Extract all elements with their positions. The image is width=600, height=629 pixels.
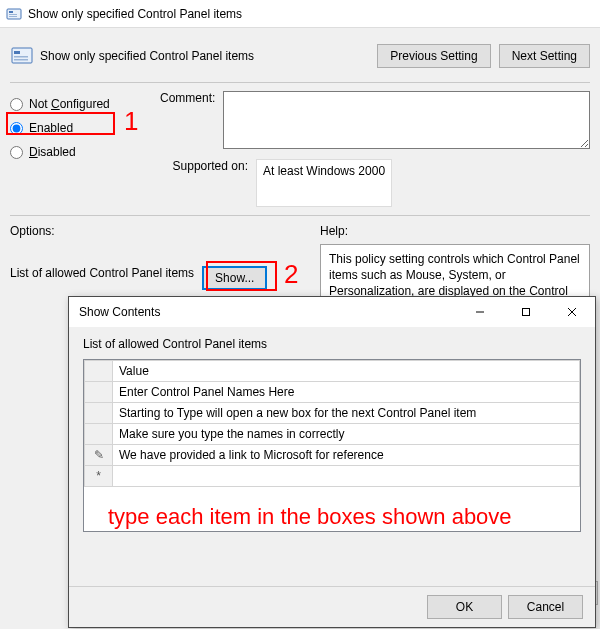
- window-title: Show only specified Control Panel items: [28, 7, 242, 21]
- radio-not-configured-input[interactable]: [10, 98, 23, 111]
- dialog-footer: OK Cancel: [69, 586, 595, 627]
- options-section-label: Options:: [10, 224, 55, 238]
- svg-rect-9: [523, 309, 530, 316]
- dialog-title: Show Contents: [79, 305, 160, 319]
- radio-not-configured-label: Not Configured: [29, 97, 110, 111]
- value-cell[interactable]: Starting to Type will open a new box for…: [113, 403, 580, 424]
- radio-disabled-input[interactable]: [10, 146, 23, 159]
- svg-rect-4: [12, 48, 32, 63]
- show-button[interactable]: Show...: [202, 266, 267, 290]
- policy-icon: [6, 6, 22, 22]
- table-row[interactable]: Enter Control Panel Names Here: [85, 382, 580, 403]
- maximize-button[interactable]: [503, 297, 549, 327]
- show-contents-dialog: Show Contents List of allowed Control Pa…: [68, 296, 596, 628]
- cancel-button[interactable]: Cancel: [508, 595, 583, 619]
- row-marker: [85, 382, 113, 403]
- help-section-label: Help:: [320, 224, 348, 238]
- value-cell[interactable]: We have provided a link to Microsoft for…: [113, 445, 580, 466]
- policy-header: Show only specified Control Panel items …: [10, 36, 590, 74]
- supported-label: Supported on:: [160, 159, 248, 173]
- state-radio-group: Not Configured Enabled Disabled: [10, 97, 150, 159]
- policy-large-icon: [10, 44, 34, 68]
- maximize-icon: [521, 307, 531, 317]
- svg-rect-6: [14, 56, 28, 58]
- titlebar: Show only specified Control Panel items: [0, 0, 600, 28]
- value-grid[interactable]: Value Enter Control Panel Names HereStar…: [83, 359, 581, 532]
- minimize-icon: [475, 307, 485, 317]
- previous-setting-button[interactable]: Previous Setting: [377, 44, 490, 68]
- ok-button[interactable]: OK: [427, 595, 502, 619]
- close-button[interactable]: [549, 297, 595, 327]
- row-marker: [85, 403, 113, 424]
- table-row[interactable]: ✎We have provided a link to Microsoft fo…: [85, 445, 580, 466]
- value-cell[interactable]: Enter Control Panel Names Here: [113, 382, 580, 403]
- radio-disabled[interactable]: Disabled: [10, 145, 150, 159]
- divider-2: [10, 215, 590, 216]
- dialog-list-label: List of allowed Control Panel items: [83, 337, 581, 351]
- supported-on-box: At least Windows 2000: [256, 159, 392, 207]
- svg-rect-5: [14, 51, 20, 54]
- close-icon: [567, 307, 577, 317]
- row-marker: *: [85, 466, 113, 487]
- options-list-label: List of allowed Control Panel items: [10, 266, 194, 280]
- row-marker: [85, 424, 113, 445]
- comment-input[interactable]: [223, 91, 590, 149]
- row-marker: ✎: [85, 445, 113, 466]
- policy-title: Show only specified Control Panel items: [40, 49, 254, 63]
- svg-rect-3: [9, 16, 17, 17]
- value-cell[interactable]: [113, 466, 580, 487]
- grid-corner: [85, 361, 113, 382]
- table-row[interactable]: Starting to Type will open a new box for…: [85, 403, 580, 424]
- radio-enabled-input[interactable]: [10, 122, 23, 135]
- next-setting-button[interactable]: Next Setting: [499, 44, 590, 68]
- radio-disabled-label: Disabled: [29, 145, 76, 159]
- radio-not-configured[interactable]: Not Configured: [10, 97, 150, 111]
- table-row[interactable]: *: [85, 466, 580, 487]
- options-panel: List of allowed Control Panel items Show…: [10, 260, 310, 296]
- state-and-comment-row: Not Configured Enabled Disabled document…: [10, 91, 590, 207]
- svg-rect-1: [9, 11, 13, 13]
- grid-col-value[interactable]: Value: [113, 361, 580, 382]
- radio-enabled[interactable]: Enabled: [10, 121, 150, 135]
- supported-on-text: At least Windows 2000: [263, 164, 385, 178]
- divider: [10, 82, 590, 83]
- dialog-body: List of allowed Control Panel items Valu…: [69, 327, 595, 586]
- svg-rect-7: [14, 59, 28, 61]
- dialog-titlebar: Show Contents: [69, 297, 595, 327]
- value-cell[interactable]: Make sure you type the names in correctl…: [113, 424, 580, 445]
- radio-enabled-label: Enabled: [29, 121, 73, 135]
- comment-label: Comment:: [160, 91, 215, 149]
- table-row[interactable]: Make sure you type the names in correctl…: [85, 424, 580, 445]
- svg-rect-2: [9, 14, 17, 15]
- minimize-button[interactable]: [457, 297, 503, 327]
